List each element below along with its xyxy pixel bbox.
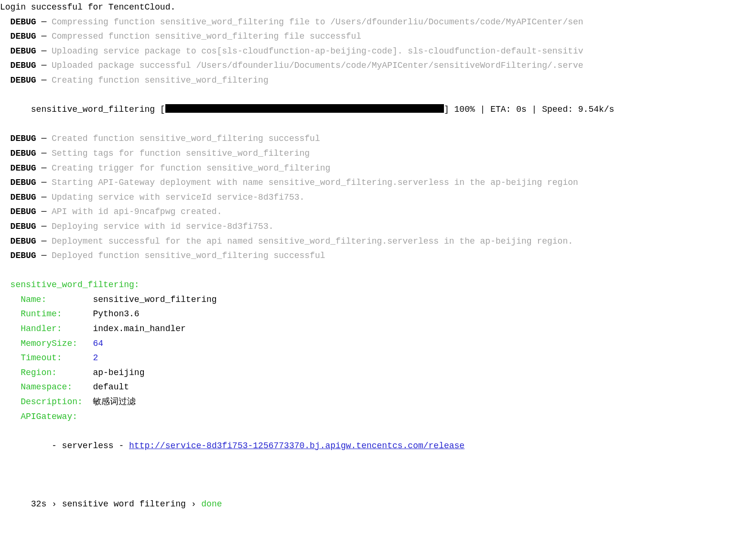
debug-line: DEBUG ─ Uploading service package to cos… bbox=[0, 44, 756, 59]
debug-message: Compressing function sensitive_word_filt… bbox=[52, 17, 583, 27]
summary-value: 64 bbox=[93, 336, 103, 351]
debug-separator: ─ bbox=[36, 193, 52, 202]
debug-label: DEBUG bbox=[11, 46, 36, 56]
debug-separator: ─ bbox=[36, 207, 52, 216]
summary-key: Runtime: bbox=[21, 307, 93, 322]
summary-row: Timeout:2 bbox=[0, 351, 756, 365]
debug-separator: ─ bbox=[36, 222, 52, 231]
debug-label: DEBUG bbox=[11, 193, 36, 202]
blank-line bbox=[0, 263, 756, 278]
summary-key: Handler: bbox=[21, 322, 93, 336]
debug-label: DEBUG bbox=[11, 251, 36, 260]
summary-row: Runtime:Python3.6 bbox=[0, 307, 756, 322]
debug-section-post: DEBUG ─ Created function sensitive_word_… bbox=[0, 131, 756, 263]
debug-message: Created function sensitive_word_filterin… bbox=[52, 134, 320, 143]
progress-bar-fill bbox=[165, 104, 444, 113]
status-name: sensitive word filtering bbox=[62, 499, 186, 509]
summary-key: Name: bbox=[21, 292, 93, 307]
status-line: 32s › sensitive word filtering › done bbox=[0, 483, 756, 526]
summary-row: MemorySize:64 bbox=[0, 336, 756, 351]
login-line: Login successful for TencentCloud. bbox=[0, 0, 756, 15]
debug-label: DEBUG bbox=[11, 75, 36, 85]
summary-key: Timeout: bbox=[21, 351, 93, 365]
debug-separator: ─ bbox=[36, 251, 52, 260]
debug-separator: ─ bbox=[36, 163, 52, 173]
debug-separator: ─ bbox=[36, 17, 52, 27]
debug-label: DEBUG bbox=[11, 178, 36, 187]
status-sep-1: › bbox=[46, 499, 62, 509]
summary-row: Namespace:default bbox=[0, 380, 756, 395]
debug-label: DEBUG bbox=[11, 222, 36, 231]
blank-line-2 bbox=[0, 468, 756, 483]
debug-separator: ─ bbox=[36, 134, 52, 143]
debug-label: DEBUG bbox=[11, 134, 36, 143]
summary-row: Description:敏感词过滤 bbox=[0, 395, 756, 409]
apigateway-label: APIGateway: bbox=[0, 409, 756, 424]
debug-message: Deployed function sensitive_word_filteri… bbox=[52, 251, 325, 260]
debug-label: DEBUG bbox=[11, 207, 36, 216]
debug-separator: ─ bbox=[36, 46, 52, 56]
debug-separator: ─ bbox=[36, 178, 52, 187]
terminal[interactable]: Login successful for TencentCloud. DEBUG… bbox=[0, 0, 756, 526]
status-sep-2: › bbox=[186, 499, 201, 509]
summary-key: Description: bbox=[21, 395, 93, 409]
debug-message: Compressed function sensitive_word_filte… bbox=[52, 32, 361, 41]
progress-name: sensitive_word_filtering bbox=[31, 105, 155, 114]
debug-message: Uploading service package to cos[sls-clo… bbox=[52, 46, 583, 56]
apigateway-item: - serverless - http://service-8d3fi753-1… bbox=[0, 424, 756, 468]
debug-line: DEBUG ─ Deployed function sensitive_word… bbox=[0, 248, 756, 263]
debug-message: Setting tags for function sensitive_word… bbox=[52, 149, 310, 158]
status-time: 32s bbox=[31, 499, 46, 509]
debug-label: DEBUG bbox=[11, 163, 36, 173]
debug-line: DEBUG ─ Deployment successful for the ap… bbox=[0, 234, 756, 249]
debug-message: Uploaded package successful /Users/dfoun… bbox=[52, 61, 583, 70]
debug-line: DEBUG ─ Creating trigger for function se… bbox=[0, 161, 756, 176]
debug-line: DEBUG ─ Starting API-Gateway deployment … bbox=[0, 175, 756, 190]
apigateway-prefix: - serverless - bbox=[52, 441, 129, 451]
debug-message: Starting API-Gateway deployment with nam… bbox=[52, 178, 578, 187]
debug-message: API with id api-9ncafpwg created. bbox=[52, 207, 222, 216]
debug-message: Updating service with serviceId service-… bbox=[52, 193, 304, 202]
debug-line: DEBUG ─ Creating function sensitive_word… bbox=[0, 73, 756, 88]
summary-value: index.main_handler bbox=[93, 322, 185, 336]
debug-separator: ─ bbox=[36, 236, 52, 246]
debug-line: DEBUG ─ Deploying service with id servic… bbox=[0, 219, 756, 234]
debug-section-pre: DEBUG ─ Compressing function sensitive_w… bbox=[0, 15, 756, 88]
summary-row: Handler:index.main_handler bbox=[0, 322, 756, 336]
debug-line: DEBUG ─ Uploaded package successful /Use… bbox=[0, 58, 756, 73]
summary-row: Region:ap-beijing bbox=[0, 365, 756, 380]
debug-line: DEBUG ─ Created function sensitive_word_… bbox=[0, 131, 756, 146]
debug-label: DEBUG bbox=[11, 17, 36, 27]
summary-key: Region: bbox=[21, 365, 93, 380]
progress-close: ] bbox=[444, 105, 454, 114]
summary-key: Namespace: bbox=[21, 380, 93, 395]
debug-line: DEBUG ─ Setting tags for function sensit… bbox=[0, 146, 756, 161]
summary-key: MemorySize: bbox=[21, 336, 93, 351]
summary-value: default bbox=[93, 380, 129, 395]
progress-stats: 100% | ETA: 0s | Speed: 9.54k/s bbox=[454, 105, 615, 114]
debug-message: Deployment successful for the api named … bbox=[52, 236, 573, 246]
status-done: done bbox=[201, 499, 222, 509]
debug-label: DEBUG bbox=[11, 61, 36, 70]
summary-value: ap-beijing bbox=[93, 365, 144, 380]
summary-header: sensitive_word_filtering: bbox=[0, 278, 756, 292]
summary-value: Python3.6 bbox=[93, 307, 139, 322]
debug-separator: ─ bbox=[36, 61, 52, 70]
apigateway-url-link[interactable]: http://service-8d3fi753-1256773370.bj.ap… bbox=[129, 441, 464, 451]
summary-value: 敏感词过滤 bbox=[93, 395, 136, 409]
summary-row: Name:sensitive_word_filtering bbox=[0, 292, 756, 307]
debug-label: DEBUG bbox=[11, 236, 36, 246]
debug-separator: ─ bbox=[36, 32, 52, 41]
debug-message: Creating trigger for function sensitive_… bbox=[52, 163, 330, 173]
debug-label: DEBUG bbox=[11, 149, 36, 158]
debug-message: Deploying service with id service-8d3fi7… bbox=[52, 222, 273, 231]
summary-value: 2 bbox=[93, 351, 98, 365]
progress-open: [ bbox=[155, 105, 165, 114]
summary-kv: Name:sensitive_word_filteringRuntime:Pyt… bbox=[0, 292, 756, 409]
summary-value: sensitive_word_filtering bbox=[93, 292, 216, 307]
debug-separator: ─ bbox=[36, 149, 52, 158]
debug-message: Creating function sensitive_word_filteri… bbox=[52, 75, 269, 85]
debug-label: DEBUG bbox=[11, 32, 36, 41]
debug-line: DEBUG ─ Compressed function sensitive_wo… bbox=[0, 29, 756, 44]
debug-line: DEBUG ─ Updating service with serviceId … bbox=[0, 190, 756, 205]
